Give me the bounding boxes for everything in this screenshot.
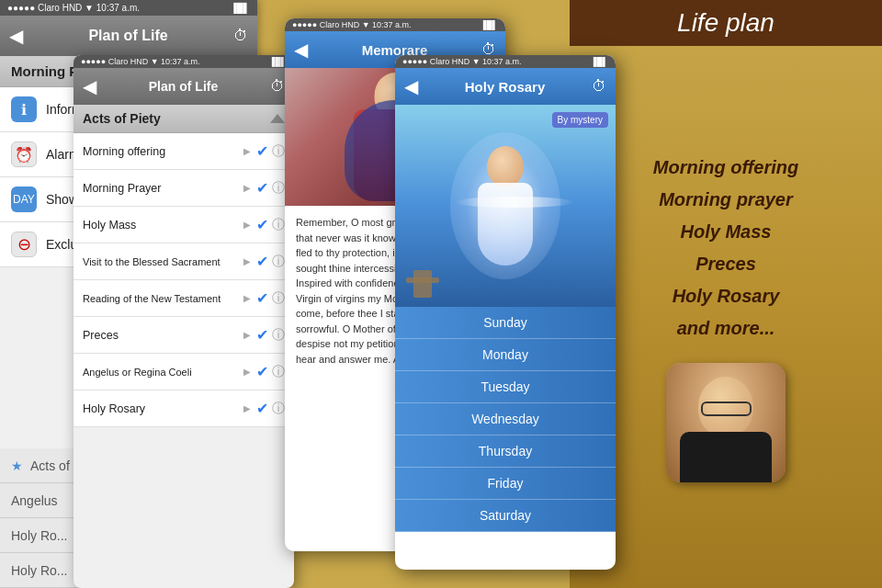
info-icon-8[interactable]: ⓘ xyxy=(272,401,285,417)
angelus-label: Angelus or Regina Coeli xyxy=(83,367,243,378)
piety-item-morning-prayer[interactable]: Morning Prayer ▶ ✔ ⓘ xyxy=(74,170,294,207)
day-friday[interactable]: Friday xyxy=(395,468,616,500)
nav-title-left: Plan of Life xyxy=(23,28,233,44)
rosary-image: By mystery xyxy=(395,105,616,307)
life-plan-item-3: Holy Mass xyxy=(681,221,772,243)
arrow-icon-7: ▶ xyxy=(243,367,251,377)
clock-icon-left[interactable]: ⏱ xyxy=(233,28,248,44)
piety-item-visit-blessed-sacrament[interactable]: Visit to the Blessed Sacrament ▶ ✔ ⓘ xyxy=(74,243,294,280)
section-acts-piety: Acts of Piety xyxy=(74,105,294,133)
preces-label: Preces xyxy=(83,329,243,342)
holy-rosary-label: Holy Rosary xyxy=(83,402,243,415)
piety-item-preces[interactable]: Preces ▶ ✔ ⓘ xyxy=(74,317,294,354)
clock-icon-rosary[interactable]: ⏱ xyxy=(592,78,606,95)
nav-title-rosary: Holy Rosary xyxy=(418,79,592,95)
life-plan-item-5: Holy Rosary xyxy=(673,286,780,307)
by-mystery-badge[interactable]: By mystery xyxy=(552,112,608,128)
status-bar-mid-left: ●●●●● Claro HND ▼ 10:37 a.m. ▐█▌ xyxy=(74,55,294,68)
arrow-icon-4: ▶ xyxy=(243,256,251,266)
back-button-memorare[interactable]: ◀ xyxy=(294,39,308,61)
check-icon-6: ✔ xyxy=(256,326,268,344)
morning-offering-label: Morning offering xyxy=(83,145,243,158)
nav-bar-left: ◀ Plan of Life ⏱ xyxy=(0,16,257,56)
check-icon-8: ✔ xyxy=(256,400,268,417)
arrow-icon-8: ▶ xyxy=(243,403,251,413)
back-button-mid-left[interactable]: ◀ xyxy=(83,75,96,97)
battery-icon: ▐█▌ xyxy=(231,3,250,13)
star-icon: ★ xyxy=(11,458,23,473)
life-plan-title: Life plan xyxy=(677,8,775,38)
arrow-icon-3: ▶ xyxy=(243,220,251,230)
arrow-icon-2: ▶ xyxy=(243,183,251,193)
piety-item-holy-mass[interactable]: Holy Mass ▶ ✔ ⓘ xyxy=(74,207,294,243)
arrow-icon-5: ▶ xyxy=(243,293,251,303)
day-sunday[interactable]: Sunday xyxy=(395,307,616,339)
scroll-indicator xyxy=(270,114,285,123)
arrow-icon-6: ▶ xyxy=(243,330,251,340)
status-bar-memorare: ●●●●● Claro HND ▼ 10:37 a.m. ▐█▌ xyxy=(285,18,505,31)
info-icon-2[interactable]: ⓘ xyxy=(272,180,285,197)
check-icon-5: ✔ xyxy=(256,289,268,307)
piety-item-angelus[interactable]: Angelus or Regina Coeli ▶ ✔ ⓘ xyxy=(74,354,294,390)
reading-nt-label: Reading of the New Testament xyxy=(83,293,243,304)
day-saturday[interactable]: Saturday xyxy=(395,500,616,532)
right-content-area: Morning offering Morning prayer Holy Mas… xyxy=(635,46,818,588)
nav-bar-rosary: ◀ Holy Rosary ⏱ xyxy=(395,68,616,105)
info-icon-4[interactable]: ⓘ xyxy=(272,254,285,270)
panel-life-plan-info: Life plan Morning offering Morning praye… xyxy=(570,0,882,588)
day-tuesday[interactable]: Tuesday xyxy=(395,371,616,403)
calendar-icon: DAY xyxy=(11,187,37,212)
info-icon-5[interactable]: ⓘ xyxy=(272,290,285,307)
panel-acts-of-piety: ●●●●● Claro HND ▼ 10:37 a.m. ▐█▌ ◀ Plan … xyxy=(74,55,294,588)
nav-bar-mid-left: ◀ Plan of Life ⏱ xyxy=(74,68,294,105)
exclude-icon: ⊖ xyxy=(11,232,37,257)
morning-prayer-label: Morning Prayer xyxy=(83,182,243,195)
check-icon-1: ✔ xyxy=(256,142,268,160)
clock-icon-mid-left[interactable]: ⏱ xyxy=(270,78,285,95)
nav-title-mid-left: Plan of Life xyxy=(96,79,270,94)
day-thursday[interactable]: Thursday xyxy=(395,435,616,468)
piety-item-reading-new-testament[interactable]: Reading of the New Testament ▶ ✔ ⓘ xyxy=(74,280,294,317)
portrait-container xyxy=(666,363,786,482)
piety-item-holy-rosary[interactable]: Holy Rosary ▶ ✔ ⓘ xyxy=(74,390,294,427)
piety-item-morning-offering[interactable]: Morning offering ▶ ✔ ⓘ xyxy=(74,133,294,170)
life-plan-item-6: and more... xyxy=(677,318,775,339)
check-icon-3: ✔ xyxy=(256,216,268,233)
life-plan-item-2: Morning prayer xyxy=(659,189,793,210)
life-plan-item-1: Morning offering xyxy=(653,157,799,178)
rosary-days-list: Sunday Monday Tuesday Wednesday Thursday… xyxy=(395,307,616,532)
info-icon: ℹ xyxy=(11,96,37,122)
info-icon-1[interactable]: ⓘ xyxy=(272,143,285,160)
day-monday[interactable]: Monday xyxy=(395,339,616,371)
info-icon-3[interactable]: ⓘ xyxy=(272,217,285,233)
back-button-left[interactable]: ◀ xyxy=(9,25,23,47)
info-icon-7[interactable]: ⓘ xyxy=(272,364,285,380)
check-icon-2: ✔ xyxy=(256,179,268,197)
visit-blessed-sacrament-label: Visit to the Blessed Sacrament xyxy=(83,256,243,267)
right-top-bar: Life plan xyxy=(570,0,882,46)
status-dots: ●●●●● Claro HND ▼ 10:37 a.m. xyxy=(7,3,140,13)
back-button-rosary[interactable]: ◀ xyxy=(404,75,418,97)
alarm-icon: ⏰ xyxy=(11,141,37,167)
check-icon-4: ✔ xyxy=(256,253,268,270)
status-bar-rosary: ●●●●● Claro HND ▼ 10:37 a.m. ▐█▌ xyxy=(395,55,616,68)
portrait-glasses xyxy=(701,401,752,416)
day-wednesday[interactable]: Wednesday xyxy=(395,403,616,435)
life-plan-item-4: Preces xyxy=(695,254,756,275)
portrait-body xyxy=(680,432,772,482)
info-icon-6[interactable]: ⓘ xyxy=(272,327,285,344)
check-icon-7: ✔ xyxy=(256,363,268,380)
portrait-person xyxy=(666,363,786,482)
panel-holy-rosary: ●●●●● Claro HND ▼ 10:37 a.m. ▐█▌ ◀ Holy … xyxy=(395,55,616,570)
status-bar-left: ●●●●● Claro HND ▼ 10:37 a.m. ▐█▌ xyxy=(0,0,257,16)
arrow-icon-1: ▶ xyxy=(243,146,251,156)
holy-mass-label: Holy Mass xyxy=(83,219,243,232)
